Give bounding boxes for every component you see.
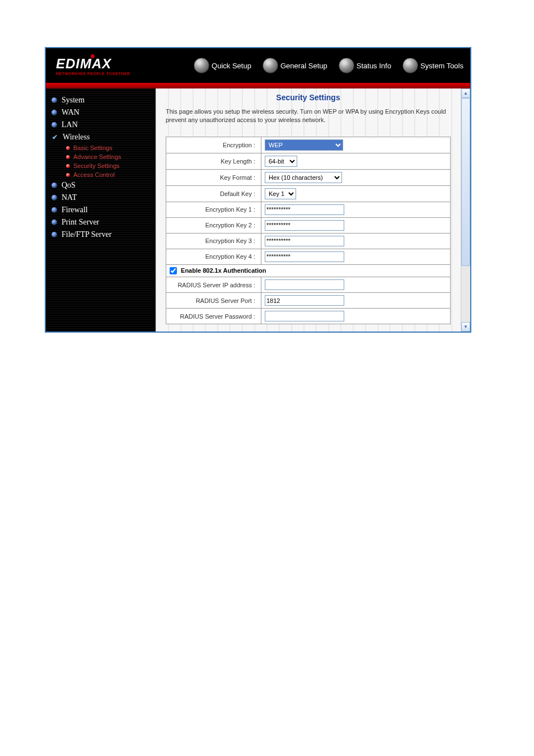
app-frame: EDIMAX NETWORKING PEOPLE TOGETHER Quick … — [45, 47, 471, 333]
enc-key-1-input[interactable] — [265, 204, 344, 215]
nav-system[interactable]: System — [51, 94, 156, 106]
bullet-icon — [51, 232, 57, 237]
row-key-format: Key Format : Hex (10 characters) — [166, 169, 451, 185]
label-enc-key-4: Encryption Key 4 : — [166, 249, 261, 264]
label-default-key: Default Key : — [166, 185, 261, 202]
topnav-system-tools[interactable]: System Tools — [402, 58, 463, 73]
scroll-track[interactable] — [461, 98, 470, 322]
subnav-security-settings[interactable]: Security Settings — [66, 161, 156, 170]
globe-icon — [402, 58, 418, 73]
label-key-format: Key Format : — [166, 169, 261, 185]
nav-qos[interactable]: QoS — [51, 179, 156, 192]
radius-ip-input[interactable] — [265, 279, 344, 290]
settings-table: Encryption : WEP Key Length : 64-bit — [166, 137, 451, 325]
topnav-label: System Tools — [420, 62, 463, 70]
topnav-quick-setup[interactable]: Quick Setup — [194, 58, 251, 73]
subnav-basic-settings[interactable]: Basic Settings — [66, 143, 156, 152]
label-encryption: Encryption : — [166, 137, 261, 153]
topnav-status-info[interactable]: Status Info — [339, 58, 391, 73]
row-radius-port: RADIUS Server Port : — [166, 293, 451, 309]
nav-label: LAN — [62, 120, 78, 129]
enc-key-2-input[interactable] — [265, 220, 344, 231]
subnav-label: Advance Settings — [73, 153, 121, 160]
nav-nat[interactable]: NAT — [51, 192, 156, 204]
row-encryption: Encryption : WEP — [166, 137, 451, 153]
enc-key-3-input[interactable] — [265, 236, 344, 246]
bullet-icon — [51, 183, 57, 188]
enable-8021x-checkbox[interactable] — [170, 267, 177, 274]
radius-port-input[interactable] — [265, 295, 344, 306]
enc-key-4-input[interactable] — [265, 251, 344, 262]
nav-label: File/FTP Server — [62, 230, 111, 239]
page-description: This page allows you setup the wireless … — [166, 108, 451, 124]
brand-tagline: NETWORKING PEOPLE TOGETHER — [56, 72, 130, 76]
topnav-general-setup[interactable]: General Setup — [263, 58, 327, 73]
bullet-icon — [66, 155, 70, 159]
default-key-select[interactable]: Key 1 — [265, 188, 296, 199]
sidebar: System WAN LAN ✔ Wireless Basic Settings — [46, 88, 156, 332]
subnav-label: Basic Settings — [73, 144, 113, 151]
encryption-select[interactable]: WEP — [265, 139, 343, 151]
label-radius-password: RADIUS Server Password : — [166, 309, 261, 324]
nav-label: QoS — [62, 181, 76, 190]
topnav-label: General Setup — [280, 62, 327, 70]
chevron-down-icon: ▼ — [463, 324, 468, 329]
content-pane: Security Settings This page allows you s… — [156, 88, 461, 332]
vertical-scrollbar[interactable]: ▲ ▼ — [461, 88, 470, 332]
header-bar: EDIMAX NETWORKING PEOPLE TOGETHER Quick … — [46, 48, 470, 83]
bullet-icon — [51, 122, 57, 128]
chevron-up-icon: ▲ — [463, 91, 468, 96]
row-enc-key-2: Encryption Key 2 : — [166, 217, 451, 233]
label-key-length: Key Length : — [166, 153, 261, 169]
page-title: Security Settings — [166, 93, 451, 102]
nav-firewall[interactable]: Firewall — [51, 204, 156, 216]
key-length-select[interactable]: 64-bit — [265, 156, 297, 167]
subnav-label: Access Control — [73, 171, 115, 178]
label-enc-key-2: Encryption Key 2 : — [166, 217, 261, 233]
nav-label: Firewall — [62, 206, 88, 214]
globe-icon — [339, 58, 354, 73]
label-enc-key-1: Encryption Key 1 : — [166, 202, 261, 217]
label-enc-key-3: Encryption Key 3 : — [166, 233, 261, 249]
bullet-icon — [66, 146, 70, 150]
header-divider — [46, 83, 470, 88]
bullet-icon — [51, 110, 57, 115]
nav-label: System — [62, 96, 85, 105]
body-row: System WAN LAN ✔ Wireless Basic Settings — [46, 88, 470, 332]
subnav-access-control[interactable]: Access Control — [66, 170, 156, 179]
row-auth-header: Enable 802.1x Authentication — [166, 264, 451, 277]
row-enc-key-3: Encryption Key 3 : — [166, 233, 451, 249]
bullet-icon — [66, 173, 70, 177]
nav-label: NAT — [62, 193, 77, 202]
radius-password-input[interactable] — [265, 311, 344, 321]
scroll-up-button[interactable]: ▲ — [461, 88, 470, 98]
topnav-label: Status Info — [357, 62, 391, 70]
nav-label: WAN — [62, 108, 79, 117]
key-format-select[interactable]: Hex (10 characters) — [265, 172, 342, 183]
nav-label: Wireless — [63, 133, 90, 142]
row-key-length: Key Length : 64-bit — [166, 153, 451, 169]
bullet-icon — [51, 220, 57, 225]
brand-logo: EDIMAX NETWORKING PEOPLE TOGETHER — [56, 56, 130, 76]
bullet-icon — [51, 207, 57, 213]
label-radius-port: RADIUS Server Port : — [166, 293, 261, 309]
row-default-key: Default Key : Key 1 — [166, 185, 451, 202]
nav-file-ftp-server[interactable]: File/FTP Server — [51, 228, 156, 241]
brand-name: EDIMAX — [56, 56, 130, 72]
brand-dot-icon — [91, 54, 95, 58]
nav-lan[interactable]: LAN — [51, 119, 156, 131]
row-radius-ip: RADIUS Server IP address : — [166, 277, 451, 293]
content-wrap: Security Settings This page allows you s… — [156, 88, 470, 332]
row-enc-key-1: Encryption Key 1 : — [166, 202, 451, 217]
globe-icon — [263, 58, 278, 73]
scroll-thumb[interactable] — [461, 98, 470, 266]
row-radius-password: RADIUS Server Password : — [166, 309, 451, 324]
nav-print-server[interactable]: Print Server — [51, 216, 156, 228]
subnav-advance-settings[interactable]: Advance Settings — [66, 152, 156, 161]
nav-wireless[interactable]: ✔ Wireless — [51, 131, 156, 143]
nav-label: Print Server — [62, 218, 99, 227]
bullet-icon — [51, 97, 57, 103]
nav-wan[interactable]: WAN — [51, 106, 156, 119]
scroll-down-button[interactable]: ▼ — [461, 322, 470, 332]
top-nav: Quick Setup General Setup Status Info Sy… — [194, 58, 470, 73]
